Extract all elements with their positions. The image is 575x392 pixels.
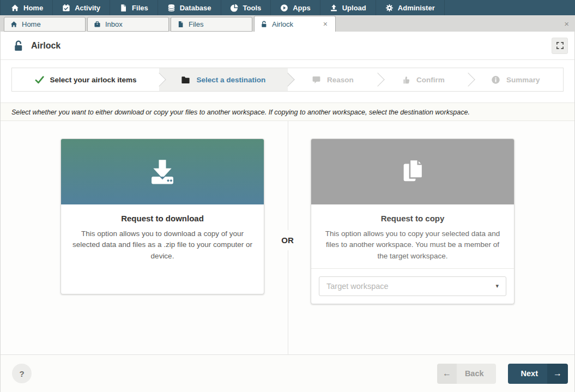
tab-label: Inbox: [105, 20, 123, 28]
arrow-right-icon: →: [547, 364, 568, 384]
nav-item-label: Activity: [75, 4, 100, 12]
tab-airlock[interactable]: Airlock ×: [254, 16, 336, 32]
nav-item-upload[interactable]: Upload: [320, 0, 376, 15]
unlock-icon: [13, 40, 24, 52]
nav-item-home[interactable]: Home: [0, 0, 53, 15]
nav-item-tools[interactable]: Tools: [221, 0, 271, 15]
tab-files[interactable]: Files: [171, 17, 252, 32]
card-description: This option allows you to download a cop…: [72, 228, 253, 262]
nav-item-label: Home: [23, 4, 43, 12]
folder-icon: [181, 75, 190, 85]
home-icon: [10, 21, 17, 28]
tabstrip-close-icon[interactable]: ×: [564, 19, 569, 28]
nav-item-activity[interactable]: Activity: [53, 0, 110, 15]
tab-home[interactable]: Home: [4, 17, 86, 32]
play-circle-icon: [280, 4, 288, 12]
check-icon: [35, 75, 44, 85]
select-placeholder: Target workspace: [326, 282, 389, 291]
step-select-destination[interactable]: Select a destination: [159, 68, 287, 91]
instruction-text: Select whether you want to either downlo…: [11, 108, 470, 116]
wizard-stepper: Select your airlock items Select a desti…: [1, 60, 574, 102]
nav-item-label: Apps: [293, 4, 311, 12]
target-workspace-select[interactable]: Target workspace ▾: [319, 276, 506, 296]
upload-icon: [330, 4, 338, 12]
download-icon: [147, 156, 178, 188]
nav-item-database[interactable]: Database: [158, 0, 221, 15]
wizard-footer: ? ← Back Next →: [1, 354, 574, 392]
request-copy-card[interactable]: Request to copy This option allows you t…: [311, 138, 515, 304]
info-icon: [491, 75, 500, 85]
page-title: Airlock: [31, 41, 60, 51]
download-banner: [61, 139, 264, 204]
nav-item-apps[interactable]: Apps: [271, 0, 320, 15]
fullscreen-icon: [556, 41, 564, 50]
step-confirm[interactable]: Confirm: [378, 68, 468, 91]
question-mark-icon: ?: [19, 369, 24, 378]
copy-icon: [397, 156, 428, 188]
card-title: Request to download: [72, 214, 253, 223]
nav-item-label: Administer: [398, 4, 435, 12]
step-label: Reason: [327, 76, 354, 84]
tab-label: Home: [22, 20, 41, 28]
step-label: Select your airlock items: [50, 76, 137, 84]
card-description: This option allows you to copy your sele…: [322, 228, 503, 262]
back-button[interactable]: ← Back: [437, 364, 496, 384]
tab-close-icon[interactable]: ×: [322, 19, 329, 29]
step-summary[interactable]: Summary: [468, 68, 563, 91]
step-label: Summary: [506, 76, 540, 84]
home-icon: [11, 4, 19, 12]
top-nav: Home Activity Files Database Tools: [0, 0, 575, 15]
nav-item-administer[interactable]: Administer: [376, 0, 445, 15]
step-select-items[interactable]: Select your airlock items: [12, 68, 159, 91]
nav-item-label: Tools: [243, 4, 262, 12]
file-icon: [177, 21, 184, 28]
app-window: Home Activity Files Database Tools: [0, 0, 575, 392]
help-button[interactable]: ?: [12, 364, 32, 383]
expand-button[interactable]: [552, 38, 568, 54]
arrow-left-icon: ←: [437, 364, 457, 384]
nav-item-label: Upload: [342, 4, 366, 12]
airlock-page: Airlock Select your airlock items Select…: [0, 32, 575, 392]
chevron-down-icon: ▾: [495, 282, 499, 290]
tab-label: Files: [189, 20, 203, 28]
next-button-label: Next: [508, 364, 547, 384]
back-button-label: Back: [457, 364, 496, 384]
next-button[interactable]: Next →: [508, 364, 568, 384]
tab-inbox[interactable]: Inbox: [87, 17, 169, 32]
nav-item-label: Files: [132, 4, 148, 12]
gear-icon: [385, 4, 394, 12]
copy-banner: [311, 139, 514, 204]
database-icon: [167, 4, 175, 12]
unlock-icon: [261, 21, 268, 28]
step-reason[interactable]: Reason: [288, 68, 378, 91]
tab-label: Airlock: [272, 20, 293, 28]
or-divider-label: OR: [279, 230, 296, 250]
nav-item-label: Database: [180, 4, 211, 12]
destination-options: OR Request to download This option allow…: [1, 121, 574, 354]
tab-strip: Home Inbox Files Airlock × ×: [0, 15, 575, 32]
comment-icon: [312, 75, 321, 85]
instruction-bar: Select whether you want to either downlo…: [1, 102, 574, 121]
nav-item-files[interactable]: Files: [110, 0, 158, 15]
request-download-card[interactable]: Request to download This option allows y…: [60, 138, 264, 294]
step-label: Select a destination: [196, 76, 265, 84]
page-header: Airlock: [1, 32, 574, 60]
calendar-check-icon: [62, 4, 70, 12]
card-footer: Target workspace ▾: [311, 268, 514, 304]
pie-chart-icon: [231, 4, 239, 12]
thumbs-up-icon: [401, 75, 410, 85]
card-title: Request to copy: [322, 214, 503, 223]
file-icon: [119, 4, 128, 12]
inbox-icon: [94, 21, 101, 28]
step-label: Confirm: [416, 76, 445, 84]
